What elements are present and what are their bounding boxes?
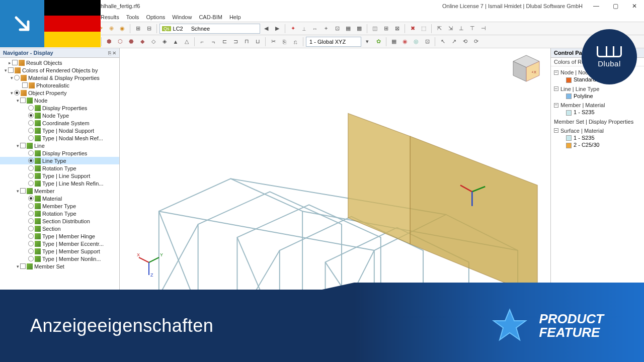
toolbar-icon[interactable]: ▾ — [362, 37, 372, 47]
3d-viewport[interactable]: X Y Z +X — [120, 48, 550, 303]
menu-help[interactable]: Help — [229, 14, 241, 20]
tree-row[interactable]: ▾Object Property — [0, 89, 119, 97]
toolbar-icon[interactable]: ⊥ — [456, 24, 466, 34]
toolbar-icon[interactable]: ◈ — [159, 37, 170, 47]
collapse-icon[interactable]: − — [554, 86, 558, 91]
toolbar-icon[interactable]: ↖ — [438, 37, 448, 47]
toolbar-icon[interactable]: ⟂ — [299, 24, 309, 34]
tree-row[interactable]: Section — [0, 225, 119, 232]
toolbar-icon[interactable]: ▦ — [389, 37, 399, 47]
menu-window[interactable]: Window — [172, 14, 192, 20]
tree-row[interactable]: Display Properties — [0, 104, 119, 112]
radio-button[interactable] — [28, 105, 34, 111]
toolbar-icon[interactable]: ◉ — [117, 24, 127, 34]
radio-button[interactable] — [28, 248, 34, 254]
cp-section-header[interactable]: −Line | Line Type — [554, 86, 641, 92]
radio-button[interactable] — [28, 241, 34, 246]
tree-row[interactable]: ▾Node — [0, 97, 119, 104]
prev-icon[interactable]: ◀ — [261, 24, 271, 34]
tree-row[interactable]: Type | Nodal Support — [0, 127, 119, 134]
tree-row[interactable]: ▾Colors of Rendered Objects by — [0, 66, 119, 74]
toolbar-icon[interactable]: ✿ — [373, 37, 383, 47]
toolbar-icon[interactable]: ◇ — [148, 37, 158, 47]
toolbar-icon[interactable]: ⎌ — [290, 37, 300, 47]
radio-button[interactable] — [28, 226, 34, 231]
toolbar-icon[interactable]: ◆ — [137, 37, 147, 47]
checkbox[interactable] — [20, 143, 26, 148]
tree-row[interactable]: ▾Material & Display Properties — [0, 74, 119, 81]
cp-section-header[interactable]: −Member | Material — [554, 102, 641, 108]
radio-button[interactable] — [28, 165, 34, 171]
toolbar-icon[interactable]: ⊟ — [144, 24, 154, 34]
toolbar-icon[interactable]: ⟳ — [471, 37, 481, 47]
tree-row[interactable]: Line Type — [0, 157, 119, 164]
toolbar-icon[interactable]: ⊐ — [230, 37, 240, 47]
tree-row[interactable]: ▾Member — [0, 187, 119, 195]
toolbar-icon[interactable]: ⊓ — [242, 37, 252, 47]
radio-button[interactable] — [28, 211, 34, 216]
toolbar-icon[interactable]: ▦ — [343, 24, 353, 34]
pin-icon[interactable]: ⎘ — [108, 50, 111, 56]
toolbar-icon[interactable]: ⟲ — [460, 37, 470, 47]
radio-button[interactable] — [28, 203, 34, 209]
toolbar-icon[interactable]: ⊏ — [219, 37, 229, 47]
toolbar-icon[interactable]: ⎘ — [279, 37, 289, 47]
toolbar-icon[interactable]: ⬣ — [126, 37, 136, 47]
radio-button[interactable] — [14, 75, 20, 80]
tree-row[interactable]: Member Type — [0, 202, 119, 210]
view-cube[interactable]: +X — [510, 52, 542, 84]
checkbox[interactable] — [20, 263, 26, 269]
cp-section-header[interactable]: Member Set | Display Properties — [554, 119, 641, 125]
radio-button[interactable] — [28, 128, 34, 133]
tree-row[interactable]: Type | Member Eccentr... — [0, 240, 119, 247]
toolbar-icon[interactable]: ⬚ — [419, 24, 429, 34]
checkbox[interactable] — [12, 60, 18, 65]
tree-row[interactable]: Rotation Type — [0, 164, 119, 172]
checkbox[interactable] — [22, 82, 28, 88]
loadcase-selector[interactable]: Qs LC2 Schnee — [159, 24, 260, 34]
next-icon[interactable]: ▶ — [272, 24, 282, 34]
radio-button[interactable] — [28, 135, 34, 141]
toolbar-icon[interactable]: ⬢ — [104, 37, 114, 47]
toolbar-icon[interactable]: ⊕ — [106, 24, 116, 34]
toolbar-icon[interactable]: △ — [182, 37, 192, 47]
checkbox[interactable] — [20, 188, 26, 194]
tree-row[interactable]: ▾Line — [0, 142, 119, 149]
maximize-button[interactable]: ▢ — [606, 0, 625, 12]
close-icon[interactable]: ✕ — [112, 50, 116, 56]
toolbar-icon[interactable]: ◫ — [370, 24, 380, 34]
radio-button[interactable] — [28, 113, 34, 118]
tree-row[interactable]: ▾Member Set — [0, 262, 119, 270]
toolbar-icon[interactable]: ⊣ — [478, 24, 489, 34]
toolbar-icon[interactable]: ⊠ — [392, 24, 402, 34]
collapse-icon[interactable]: − — [554, 70, 558, 75]
coord-system-selector[interactable]: 1 - Global XYZ — [306, 37, 361, 47]
radio-button[interactable] — [28, 120, 34, 126]
toolbar-icon[interactable]: ↔ — [310, 24, 320, 34]
toolbar-icon[interactable]: ⇲ — [445, 24, 455, 34]
toolbar-icon[interactable]: ✂ — [268, 37, 278, 47]
tree-row[interactable]: Type | Member Hinge — [0, 232, 119, 240]
close-button[interactable]: ✕ — [625, 0, 644, 12]
toolbar-icon[interactable]: ⌐ — [197, 37, 207, 47]
radio-button[interactable] — [28, 173, 34, 178]
toolbar-icon[interactable]: ⊞ — [133, 24, 143, 34]
navigator-tree[interactable]: ▸Result Objects▾Colors of Rendered Objec… — [0, 58, 119, 303]
collapse-icon[interactable]: − — [554, 103, 558, 108]
radio-button[interactable] — [14, 90, 20, 96]
radio-button[interactable] — [28, 218, 34, 224]
toolbar-icon[interactable]: ◎ — [411, 37, 421, 47]
menu-options[interactable]: Options — [146, 14, 165, 20]
menu-results[interactable]: Results — [101, 14, 119, 20]
checkbox[interactable] — [8, 67, 14, 73]
tree-row[interactable]: ▸Result Objects — [0, 59, 119, 66]
toolbar-icon[interactable]: ⌖ — [321, 24, 331, 34]
menu-cad-bim[interactable]: CAD-BIM — [199, 14, 222, 20]
toolbar-icon[interactable]: ✖ — [408, 24, 418, 34]
toolbar-icon[interactable]: ▩ — [354, 24, 364, 34]
tree-row[interactable]: Type | Nodal Mesh Ref... — [0, 134, 119, 142]
tree-row[interactable]: Material — [0, 195, 119, 202]
collapse-icon[interactable]: − — [554, 128, 558, 133]
tree-row[interactable]: Type | Line Mesh Refin... — [0, 179, 119, 187]
checkbox[interactable] — [20, 98, 26, 103]
